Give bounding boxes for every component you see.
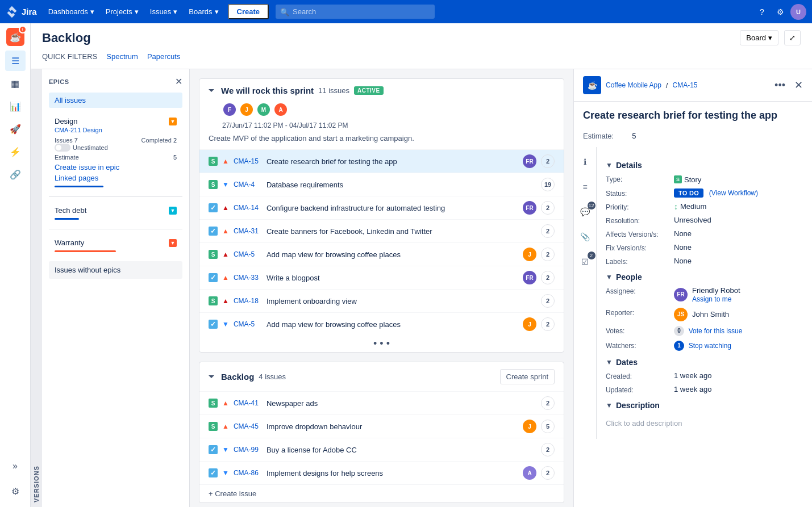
sprint-header[interactable]: We will rock this sprint 11 issues ACTIV… [199,79,564,102]
backlog-issue-2[interactable]: ✓ ▼ CMA-99 Buy a license for Adobe CC 2 [199,438,564,461]
sprint-issue-5[interactable]: ✓ ▲ CMA-33 Write a blogpost FR 2 [199,266,564,289]
create-sprint-button[interactable]: Create sprint [500,369,555,384]
assignee-label: Assignee: [606,286,674,295]
backlog-key-cma86[interactable]: CMA-86 [234,469,262,477]
issue-key-cma31[interactable]: CMA-31 [234,227,262,235]
stop-watching-link[interactable]: Stop watching [689,341,731,349]
sprint-issue-3[interactable]: ✓ ▲ CMA-31 Create banners for Facebook, … [199,219,564,242]
epic-all-issues[interactable]: All issues [49,93,182,108]
issue-key-cma14[interactable]: CMA-14 [234,204,262,212]
more-dots[interactable]: • • • [199,336,564,352]
epics-title: EPICS [49,78,69,85]
help-icon[interactable]: ? [754,4,770,20]
backlog-key-cma41[interactable]: CMA-41 [234,399,262,407]
details-chevron-icon: ▼ [606,161,613,169]
linked-pages-link[interactable]: Linked pages [55,174,177,182]
issue-key-cma18[interactable]: CMA-18 [234,297,262,305]
detail-checklist-icon[interactable]: ☑ 2 [577,254,593,270]
settings-icon[interactable]: ⚙ [772,4,788,20]
issues-chevron: ▾ [173,7,177,16]
unestimated-toggle[interactable] [55,144,70,152]
detail-issue-key[interactable]: CMA-15 [672,81,697,89]
issue-key-cma4[interactable]: CMA-4 [234,181,262,188]
backlog-issue-0[interactable]: S ▲ CMA-41 Newspaper ads 2 [199,391,564,414]
status-badge[interactable]: TO DO [674,188,703,198]
issue-avatar-cma33: FR [523,271,536,284]
sidebar-components-icon[interactable]: ⚡ [5,141,26,162]
backlog-sp-cma41: 2 [541,396,555,410]
sidebar-settings-icon[interactable]: ⚙ [5,481,26,501]
detail-activity-icon[interactable]: ≡ [577,179,593,195]
medium-priority-icon: ↕ [674,202,678,211]
description-section-header[interactable]: ▼ Description [606,401,803,410]
backlog-chevron-icon[interactable] [209,375,214,378]
epic-item-techdebt[interactable]: Tech debt ▼ [49,202,182,224]
backlog-title: Backlog [221,372,254,382]
nav-issues[interactable]: Issues ▾ [145,5,182,18]
epics-close-icon[interactable]: ✕ [175,76,182,87]
sprint-issue-6[interactable]: S ▲ CMA-18 Implement onboarding view 2 [199,289,564,312]
sidebar-reports-icon[interactable]: 📊 [5,96,26,116]
sprint-chevron-icon[interactable] [209,89,214,92]
sidebar-backlog-icon[interactable]: ☰ [5,51,26,71]
sidebar-links-icon[interactable]: 🔗 [5,164,26,185]
filter-papercuts[interactable]: Papercuts [147,50,181,64]
jira-logo[interactable]: Jira [6,6,37,18]
issue-key-cma5b[interactable]: CMA-5 [234,320,262,328]
user-avatar[interactable]: U [790,4,806,20]
sidebar-releases-icon[interactable]: 🚀 [5,119,26,139]
expand-button[interactable]: ⤢ [784,30,801,45]
sidebar-board-icon[interactable]: ▦ [5,73,26,94]
reporter-row: JS John Smith [674,308,803,321]
detail-attachment-icon[interactable]: 📎 [577,229,593,245]
create-issue-link[interactable]: + Create issue [209,489,256,498]
assign-to-me-link[interactable]: Assign to me [692,295,731,303]
epic-item-design[interactable]: Design ▼ CMA-211 Design Issues 7 Complet… [49,112,182,192]
nav-boards[interactable]: Boards ▾ [184,5,223,18]
nav-projects[interactable]: Projects ▾ [101,5,143,18]
detail-project-name[interactable]: Coffee Mobile App [606,81,661,89]
sprint-issue-2[interactable]: ✓ ▲ CMA-14 Configure backend infrastruct… [199,196,564,219]
assignee-row: FR Friendly Robot Assign to me [674,286,803,303]
filter-spectrum[interactable]: Spectrum [106,50,138,64]
backlog-key-cma99[interactable]: CMA-99 [234,446,262,454]
issue-key-cma5a[interactable]: CMA-5 [234,250,262,258]
detail-close-icon[interactable]: ✕ [794,79,803,91]
nav-dashboards[interactable]: Dashboards ▾ [44,5,99,18]
create-button[interactable]: Create [228,4,269,19]
board-button[interactable]: Board ▾ [740,30,778,45]
issue-avatar-cma15: FR [523,154,536,168]
sprint-issue-0[interactable]: S ▲ CMA-15 Create research brief for tes… [199,149,564,173]
detail-info-icon[interactable]: ℹ [577,154,593,170]
create-issue-epic-link[interactable]: Create issue in epic [55,163,177,171]
sprint-issue-7[interactable]: ✓ ▼ CMA-5 Add map view for browsing coff… [199,312,564,336]
issue-key-cma15[interactable]: CMA-15 [234,157,262,165]
detail-more-icon[interactable]: ••• [774,79,785,91]
issue-key-cma33[interactable]: CMA-33 [234,274,262,282]
sidebar-expand-icon[interactable]: » [5,456,26,476]
backlog-key-cma45[interactable]: CMA-45 [234,422,262,430]
detail-side: ℹ ≡ 💬 12 📎 ☑ 2 [574,147,812,439]
epic-toggle-unestimated[interactable]: Unestimated [55,144,177,152]
epic-name-warranty: Warranty ▼ [55,238,177,247]
description-placeholder[interactable]: Click to add description [606,414,803,432]
search-input[interactable] [276,5,435,19]
issue-sp-cma5b: 2 [541,317,555,331]
backlog-issue-1[interactable]: S ▲ CMA-45 Improve dropdown behaviour J … [199,414,564,438]
project-icon[interactable]: ☕ ! [6,28,24,46]
versions-tab[interactable]: VERSIONS [31,69,42,507]
sprint-issue-4[interactable]: S ▲ CMA-5 Add map view for browsing coff… [199,242,564,266]
issues-without-epics[interactable]: Issues without epics [49,261,182,279]
backlog-issue-3[interactable]: ✓ ▼ CMA-86 Implement designs for help sc… [199,461,564,484]
issue-summary-cma15: Create research brief for testing the ap… [266,157,518,166]
epic-item-warranty[interactable]: Warranty ▼ [49,234,182,257]
dates-section-header[interactable]: ▼ Dates [606,358,803,367]
people-section-header[interactable]: ▼ People [606,273,803,282]
detail-comment-icon[interactable]: 💬 12 [577,204,593,220]
workflow-link[interactable]: (View Workflow) [709,189,758,197]
sprint-issue-1[interactable]: S ▼ CMA-4 Database requirements 19 [199,173,564,196]
priority-highest-2-icon: ▲ [222,250,229,258]
backlog-header[interactable]: Backlog 4 issues Create sprint [199,362,564,391]
details-section-header[interactable]: ▼ Details [606,161,803,170]
vote-link[interactable]: Vote for this issue [689,326,743,334]
